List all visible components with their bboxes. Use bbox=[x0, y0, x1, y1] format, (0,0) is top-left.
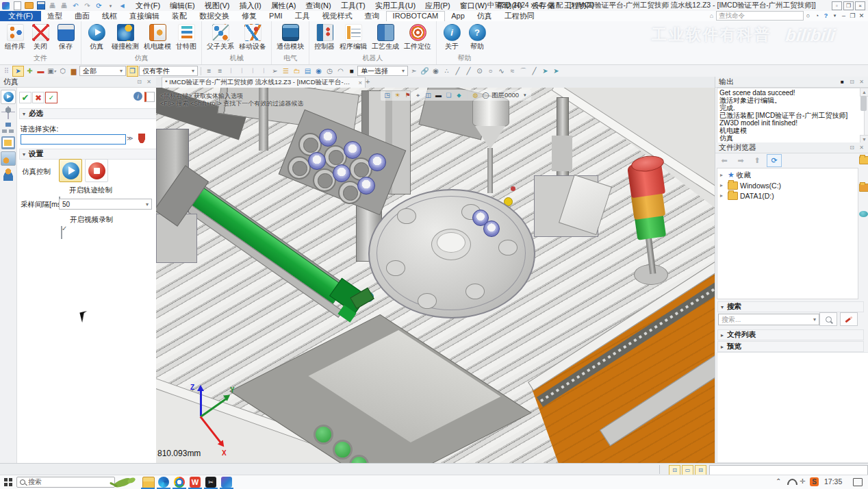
folder-tools-icon[interactable] bbox=[859, 184, 868, 192]
segment-tool-icon[interactable]: ╱ bbox=[529, 66, 539, 76]
layout-single-icon[interactable]: ⊡ bbox=[669, 465, 680, 475]
layout-horizontal-icon[interactable]: ▭ bbox=[682, 465, 693, 475]
menu-window[interactable]: 窗口(W) bbox=[455, 0, 492, 11]
menu-attributes[interactable]: 属性(A) bbox=[266, 0, 301, 11]
tree-item-c-drive[interactable]: ▸ Windows(C:) bbox=[720, 181, 781, 190]
settings-section-header[interactable]: 设置 bbox=[19, 149, 159, 160]
collapse-icon[interactable]: ◀ bbox=[117, 1, 127, 10]
spline-tool-icon[interactable]: ∿ bbox=[496, 66, 507, 76]
menu-tools[interactable]: 工具(T) bbox=[336, 0, 370, 11]
controller-button[interactable]: 控制器 bbox=[314, 23, 335, 53]
ribbon-tab-surface[interactable]: 曲面 bbox=[68, 11, 96, 21]
menu-utilities[interactable]: 实用工具(U) bbox=[370, 0, 420, 11]
wps-icon[interactable]: W bbox=[190, 477, 201, 488]
command-search-input[interactable]: 查找命令 bbox=[716, 11, 804, 21]
window-restore-button[interactable]: ❐ bbox=[848, 11, 857, 20]
menu-insert[interactable]: 插入(I) bbox=[234, 0, 266, 11]
ribbon-tab-simulation[interactable]: 仿真 bbox=[471, 11, 498, 21]
list-icon[interactable]: ☰ bbox=[281, 66, 291, 76]
blank-swatch-icon[interactable]: ■ bbox=[346, 66, 357, 76]
document-tab[interactable]: * IMCD验证平台-广州工贸技师 流水线12.Z3 - [IMCD验证平台-广… bbox=[162, 77, 366, 88]
about-button[interactable]: i 关于 bbox=[442, 23, 462, 53]
constraint-1-icon[interactable]: 𝄀 bbox=[226, 66, 236, 76]
filter-all-select[interactable]: 全部 bbox=[79, 66, 126, 76]
dock-icon[interactable]: ⊡ bbox=[848, 79, 856, 86]
nav-refresh-icon[interactable]: ⟳ bbox=[767, 154, 782, 167]
process-generate-button[interactable]: 工艺生成 bbox=[372, 23, 399, 53]
entity-filter-select[interactable]: 仅有零件 bbox=[139, 66, 198, 76]
apply-and-new-button[interactable]: ✓ bbox=[45, 92, 58, 103]
doc-minimize-button[interactable]: ▫ bbox=[832, 1, 842, 10]
simulation-tool-icon[interactable] bbox=[1, 90, 16, 104]
chrome-icon[interactable] bbox=[174, 477, 185, 488]
wifi-icon[interactable] bbox=[787, 479, 797, 486]
help-dropdown-icon[interactable]: ▾ bbox=[830, 11, 839, 20]
voice-input-icon[interactable] bbox=[138, 134, 145, 143]
layer-dropdown-icon[interactable]: ▾ bbox=[520, 91, 529, 100]
simulate-button[interactable]: 仿真 bbox=[86, 23, 107, 53]
shaded-solid-icon[interactable]: ⬥ bbox=[455, 91, 463, 100]
pin-icon[interactable]: ⚑ bbox=[403, 91, 412, 100]
dots-icon[interactable]: ∴ bbox=[442, 66, 452, 76]
close-panel-icon[interactable]: ✕ bbox=[858, 145, 865, 151]
hmi-button-green[interactable] bbox=[333, 440, 353, 460]
scrollbar-thumb[interactable] bbox=[860, 96, 867, 111]
close-panel-icon[interactable]: ✕ bbox=[145, 79, 153, 86]
file-search-input[interactable]: 搜索... bbox=[718, 314, 819, 325]
status-message-field[interactable] bbox=[709, 465, 868, 475]
history-icon[interactable]: ◷ bbox=[324, 66, 335, 76]
ribbon-tab-repair[interactable]: 修复 bbox=[235, 11, 263, 21]
menu-edit[interactable]: 编辑(E) bbox=[165, 0, 200, 11]
pick-cursor-icon[interactable]: ➤ bbox=[12, 66, 24, 77]
redo-icon[interactable]: ↷ bbox=[82, 1, 92, 10]
file-list-section-header[interactable]: 文件列表 bbox=[717, 329, 864, 340]
ribbon-tab-assembly[interactable]: 装配 bbox=[166, 11, 193, 21]
preview-section-header[interactable]: 预览 bbox=[717, 341, 864, 352]
save-button[interactable]: 保存 bbox=[55, 23, 76, 53]
circle-center-icon[interactable]: ⊙ bbox=[474, 66, 485, 76]
grip-handle[interactable]: ⠿ bbox=[1, 66, 12, 76]
tray-expand-icon[interactable]: ⌃ bbox=[776, 477, 781, 485]
polygon-pick-icon[interactable]: ⬡ bbox=[58, 66, 68, 76]
expander-icon[interactable]: ▸ bbox=[720, 192, 726, 199]
output-log[interactable]: Get scene data succeed! 激活对象进行编辑。 完成. 已激… bbox=[717, 88, 865, 145]
doc-close-button[interactable]: × bbox=[855, 1, 865, 10]
pick-last-icon[interactable]: ➣ bbox=[409, 66, 419, 76]
fill-arrow-1-icon[interactable]: ➤ bbox=[540, 66, 550, 76]
circle-tool-icon[interactable]: ○ bbox=[485, 66, 496, 76]
layer-select[interactable]: 图层0000 bbox=[492, 91, 519, 100]
nav-up-icon[interactable]: ⬆ bbox=[750, 155, 764, 166]
layer-circle-icon[interactable]: ◯ bbox=[481, 91, 490, 100]
gantt-chart-button[interactable]: 甘特图 bbox=[176, 23, 196, 53]
feedback-icon[interactable]: ◔ bbox=[813, 11, 821, 20]
close-button[interactable]: 关闭 bbox=[30, 23, 51, 53]
apply-button[interactable]: ✔ bbox=[19, 92, 31, 103]
print-icon[interactable]: 🖶 bbox=[47, 1, 58, 10]
ribbon-tab-app[interactable]: App bbox=[445, 11, 471, 21]
chain-icon[interactable]: 🔗 bbox=[420, 66, 430, 76]
clock[interactable]: 17:35 bbox=[824, 477, 842, 486]
home-icon[interactable]: ⌂ bbox=[707, 11, 716, 20]
view-box-icon[interactable] bbox=[1, 136, 15, 149]
align-top-icon[interactable]: ≡ bbox=[204, 66, 214, 76]
folder-yellow-icon[interactable]: 🗀 bbox=[292, 66, 302, 76]
ribbon-tab-inquire[interactable]: 查询 bbox=[359, 11, 386, 21]
filter-icon[interactable]: ▆ bbox=[68, 66, 79, 76]
new-file-icon[interactable] bbox=[12, 1, 23, 10]
align-bottom-icon[interactable]: ≡ bbox=[215, 66, 225, 76]
polyline-tool-icon[interactable]: ╱ bbox=[463, 66, 474, 76]
cancel-button[interactable]: ✖ bbox=[32, 92, 44, 103]
sim-stop-button[interactable] bbox=[85, 159, 108, 182]
people-icon[interactable]: ◉ bbox=[314, 66, 324, 76]
undo-icon[interactable]: ↶ bbox=[71, 1, 81, 10]
help-button[interactable]: ? 帮助 bbox=[467, 23, 487, 53]
remove-pick-icon[interactable]: ▬ bbox=[36, 66, 46, 76]
window-close-button[interactable]: ✕ bbox=[857, 11, 866, 20]
start-button[interactable] bbox=[4, 478, 12, 486]
entity-input[interactable] bbox=[21, 134, 126, 145]
window-minimize-button[interactable]: – bbox=[839, 11, 848, 20]
sync-icon[interactable]: ⟳ bbox=[94, 1, 104, 10]
hierarchy-icon[interactable] bbox=[1, 121, 15, 134]
parent-child-button[interactable]: 父子关系 bbox=[207, 23, 234, 53]
video-checkbox[interactable] bbox=[61, 226, 62, 239]
